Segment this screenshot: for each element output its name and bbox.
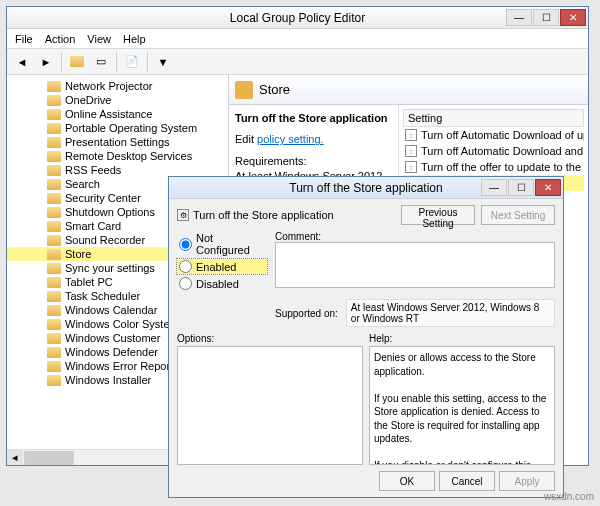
main-titlebar: Local Group Policy Editor — ☐ ✕ [7, 7, 588, 29]
right-header-label: Store [259, 82, 290, 97]
tree-item[interactable]: Presentation Settings [7, 135, 228, 149]
setting-label: Turn off Automatic Download of updates [421, 129, 584, 141]
folder-icon [47, 361, 61, 372]
radio-not-configured[interactable]: Not Configured [177, 231, 267, 257]
tree-item-label: Windows Installer [65, 374, 151, 386]
tree-item-label: Smart Card [65, 220, 121, 232]
tree-item-label: Sync your settings [65, 262, 155, 274]
tree-item-label: Windows Customer [65, 332, 160, 344]
close-button[interactable]: ✕ [560, 9, 586, 26]
options-box [177, 346, 363, 465]
comment-label: Comment: [275, 231, 555, 242]
folder-icon [47, 347, 61, 358]
tree-item[interactable]: RSS Feeds [7, 163, 228, 177]
folder-icon [70, 56, 84, 67]
folder-icon [47, 95, 61, 106]
tree-item-label: Windows Color System [65, 318, 179, 330]
folder-icon [47, 263, 61, 274]
folder-icon [47, 137, 61, 148]
dialog-minimize-button[interactable]: — [481, 179, 507, 196]
menu-action[interactable]: Action [45, 33, 76, 45]
menu-view[interactable]: View [87, 33, 111, 45]
tree-item[interactable]: Network Projector [7, 79, 228, 93]
export-button[interactable]: 📄 [121, 51, 143, 73]
tree-item-label: Windows Calendar [65, 304, 157, 316]
folder-icon [47, 179, 61, 190]
separator [147, 52, 148, 72]
apply-button[interactable]: Apply [499, 471, 555, 491]
folder-icon [47, 151, 61, 162]
tree-item-label: OneDrive [65, 94, 111, 106]
setting-icon: : [405, 145, 417, 157]
forward-button[interactable]: ► [35, 51, 57, 73]
radio-enabled-input[interactable] [179, 260, 192, 273]
dialog-close-button[interactable]: ✕ [535, 179, 561, 196]
policy-dialog: Turn off the Store application — ☐ ✕ ⚙ T… [168, 176, 564, 498]
supported-label: Supported on: [275, 308, 338, 319]
edit-policy-link[interactable]: policy setting. [257, 133, 324, 145]
back-button[interactable]: ◄ [11, 51, 33, 73]
options-label: Options: [177, 333, 363, 344]
help-box: Denies or allows access to the Store app… [369, 346, 555, 465]
radio-enabled[interactable]: Enabled [177, 259, 267, 274]
menubar: File Action View Help [7, 29, 588, 49]
folder-icon [47, 375, 61, 386]
setting-icon: : [405, 129, 417, 141]
tree-item-label: Online Assistance [65, 108, 152, 120]
tree-item-label: Tablet PC [65, 276, 113, 288]
next-setting-button[interactable]: Next Setting [481, 205, 555, 225]
previous-setting-button[interactable]: Previous Setting [401, 205, 475, 225]
menu-help[interactable]: Help [123, 33, 146, 45]
cancel-button[interactable]: Cancel [439, 471, 495, 491]
setting-row[interactable]: :Turn off Automatic Download and Install [403, 143, 584, 159]
radio-not-configured-input[interactable] [179, 238, 192, 251]
minimize-button[interactable]: — [506, 9, 532, 26]
filter-button[interactable]: ▼ [152, 51, 174, 73]
dialog-title: Turn off the Store application [289, 181, 442, 195]
folder-icon [47, 319, 61, 330]
folder-icon [47, 81, 61, 92]
folder-icon [47, 291, 61, 302]
policy-icon: ⚙ [177, 209, 189, 221]
dialog-titlebar: Turn off the Store application — ☐ ✕ [169, 177, 563, 199]
tree-item-label: Task Scheduler [65, 290, 140, 302]
comment-textarea[interactable] [275, 242, 555, 288]
radio-disabled-input[interactable] [179, 277, 192, 290]
ok-button[interactable]: OK [379, 471, 435, 491]
tree-item[interactable]: OneDrive [7, 93, 228, 107]
folder-icon [47, 277, 61, 288]
menu-file[interactable]: File [15, 33, 33, 45]
setting-icon: : [405, 161, 417, 173]
tree-item[interactable]: Portable Operating System [7, 121, 228, 135]
up-button[interactable] [66, 51, 88, 73]
tree-item-label: Security Center [65, 192, 141, 204]
show-hide-button[interactable]: ▭ [90, 51, 112, 73]
folder-icon [47, 235, 61, 246]
tree-item[interactable]: Online Assistance [7, 107, 228, 121]
tree-item[interactable]: Remote Desktop Services [7, 149, 228, 163]
folder-icon [47, 193, 61, 204]
folder-icon [47, 123, 61, 134]
tree-item-label: Remote Desktop Services [65, 150, 192, 162]
folder-icon [47, 249, 61, 260]
tree-item-label: Sound Recorder [65, 234, 145, 246]
maximize-button[interactable]: ☐ [533, 9, 559, 26]
tree-item-label: Search [65, 178, 100, 190]
desc-title: Turn off the Store application [235, 111, 392, 126]
tree-item-label: Portable Operating System [65, 122, 197, 134]
req-label: Requirements: [235, 154, 392, 169]
setting-column-header[interactable]: Setting [403, 109, 584, 127]
scroll-thumb[interactable] [24, 451, 74, 465]
setting-row[interactable]: :Turn off Automatic Download of updates [403, 127, 584, 143]
edit-prefix: Edit [235, 133, 257, 145]
radio-disabled[interactable]: Disabled [177, 276, 267, 291]
setting-row[interactable]: :Turn off the offer to update to the lat… [403, 159, 584, 175]
dialog-maximize-button[interactable]: ☐ [508, 179, 534, 196]
main-title: Local Group Policy Editor [230, 11, 365, 25]
folder-icon [47, 207, 61, 218]
setting-label: Turn off the offer to update to the late… [421, 161, 584, 173]
folder-icon [47, 333, 61, 344]
toolbar: ◄ ► ▭ 📄 ▼ [7, 49, 588, 75]
tree-item-label: RSS Feeds [65, 164, 121, 176]
scroll-left[interactable]: ◂ [7, 450, 23, 465]
